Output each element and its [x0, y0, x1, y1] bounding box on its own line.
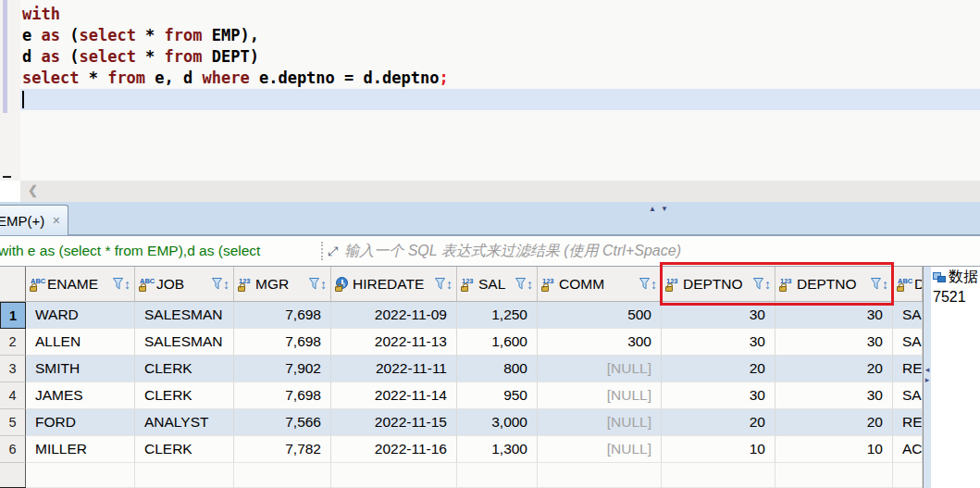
sql-editor[interactable]: withe as (select * from EMP),d as (selec…: [0, 0, 980, 181]
column-header-mgr[interactable]: 123MGR↕: [234, 267, 331, 301]
sort-arrows-icon[interactable]: ↕: [651, 277, 657, 292]
grid-cell[interactable]: 1,250: [457, 302, 538, 329]
grid-cell[interactable]: 10: [775, 436, 893, 463]
sort-arrows-icon[interactable]: ↕: [124, 277, 130, 292]
grid-cell[interactable]: 1,300: [457, 436, 538, 463]
sort-arrows-icon[interactable]: ↕: [446, 277, 453, 292]
grid-cell[interactable]: [NULL]: [538, 382, 662, 409]
grid-cell[interactable]: RESEARCH: [893, 356, 923, 382]
grid-cell[interactable]: 2022-11-15: [331, 409, 457, 436]
sort-arrows-icon[interactable]: ↕: [223, 277, 229, 292]
grid-cell[interactable]: 950: [457, 382, 538, 409]
filter-funnel-icon[interactable]: [113, 278, 123, 290]
column-header-hiredate[interactable]: HIREDATE↕: [331, 267, 457, 301]
grid-cell[interactable]: SALES: [893, 382, 923, 409]
grid-cell[interactable]: SALESMAN: [135, 329, 234, 356]
grid-cell[interactable]: FORD: [26, 409, 135, 436]
grid-corner-cell[interactable]: [0, 267, 26, 301]
grid-cell[interactable]: 2022-11-14: [331, 382, 457, 409]
row-number[interactable]: 3: [0, 356, 26, 382]
column-label: COMM: [559, 276, 604, 293]
row-number[interactable]: 2: [0, 329, 26, 356]
grid-cell[interactable]: 30: [662, 329, 775, 356]
filter-input[interactable]: 输入一个 SQL 表达式来过滤结果 (使用 Ctrl+Space): [344, 242, 681, 261]
row-number[interactable]: 1: [0, 302, 26, 329]
grid-cell[interactable]: [NULL]: [538, 409, 662, 436]
filter-funnel-icon[interactable]: [639, 278, 650, 290]
filter-funnel-icon[interactable]: [515, 278, 526, 290]
grid-cell[interactable]: 500: [538, 302, 662, 329]
grid-cell[interactable]: 2022-11-16: [331, 436, 457, 463]
grid-cell[interactable]: 20: [662, 409, 775, 436]
grid-cell[interactable]: SALES: [893, 329, 923, 356]
grid-body: 1WARDSALESMAN7,6982022-11-091,2505003030…: [0, 302, 923, 488]
close-tab-icon[interactable]: ✕: [52, 215, 60, 227]
grid-cell[interactable]: 7,566: [234, 409, 331, 436]
collapse-up-icon[interactable]: ▲: [649, 205, 661, 213]
grid-cell[interactable]: 300: [538, 329, 662, 356]
grid-cell[interactable]: 2022-11-09: [331, 302, 457, 329]
grid-cell[interactable]: 30: [775, 302, 893, 329]
grid-cell[interactable]: [NULL]: [538, 356, 662, 382]
column-header-ename[interactable]: ABCENAME↕: [26, 267, 135, 301]
grid-cell[interactable]: MILLER: [26, 436, 135, 463]
row-number[interactable]: 6: [0, 436, 26, 463]
grid-cell[interactable]: 7,698: [234, 302, 331, 329]
grid-cell[interactable]: RESEARCH: [893, 409, 923, 436]
column-header-sal[interactable]: 123SAL↕: [457, 267, 538, 301]
active-query-text: with e as (select * from EMP),d as (sele…: [0, 243, 321, 259]
grid-cell[interactable]: 7,782: [234, 436, 331, 463]
grid-cell[interactable]: CLERK: [135, 356, 234, 382]
expand-filter-icon[interactable]: ⤢: [328, 244, 338, 259]
row-number[interactable]: 5: [0, 409, 26, 436]
grid-cell[interactable]: 7,698: [234, 382, 331, 409]
grid-cell[interactable]: SALES: [893, 302, 923, 329]
grid-cell[interactable]: 7,698: [234, 329, 331, 356]
grid-cell[interactable]: 20: [662, 356, 775, 382]
table-row: 3SMITHCLERK7,9022022-11-11800[NULL]2020R…: [0, 356, 923, 382]
grid-cell[interactable]: 30: [775, 382, 893, 409]
grid-cell[interactable]: 800: [457, 356, 538, 382]
grid-cell[interactable]: [NULL]: [538, 436, 662, 463]
scroll-left-icon[interactable]: ❮: [28, 183, 38, 197]
results-tab-emp[interactable]: EMP(+) ✕: [0, 205, 68, 235]
grid-cell[interactable]: SMITH: [26, 356, 135, 382]
filter-funnel-icon[interactable]: [309, 278, 319, 290]
grid-cell[interactable]: CLERK: [135, 436, 234, 463]
fold-marker-icon[interactable]: [3, 176, 11, 178]
panel-sash-updown[interactable]: ▲▼: [649, 205, 673, 213]
grid-cell[interactable]: 2022-11-11: [331, 356, 457, 382]
column-header-d[interactable]: ABCD↕: [893, 267, 923, 301]
filter-funnel-icon[interactable]: [435, 278, 445, 290]
grid-cell[interactable]: 2022-11-13: [331, 329, 457, 356]
grid-cell[interactable]: SALESMAN: [135, 302, 234, 329]
code-line: d as (select * from DEPT): [22, 46, 449, 68]
column-header-job[interactable]: ABCJOB↕: [135, 267, 234, 301]
grid-cell[interactable]: ALLEN: [26, 329, 135, 356]
value-panel-value[interactable]: 7521: [931, 288, 980, 307]
sort-arrows-icon[interactable]: ↕: [320, 277, 327, 292]
row-number[interactable]: 4: [0, 382, 26, 409]
current-line-highlight: [20, 89, 980, 110]
grid-cell[interactable]: 30: [662, 382, 775, 409]
grid-cell[interactable]: 7,902: [234, 356, 331, 382]
grid-cell[interactable]: WARD: [26, 302, 135, 329]
grid-cell[interactable]: 20: [775, 356, 893, 382]
value-panel-header[interactable]: 数据: [931, 267, 980, 288]
value-panel: 数据 7521: [931, 267, 980, 488]
grid-cell[interactable]: ANALYST: [135, 409, 234, 436]
column-header-comm[interactable]: 123COMM↕: [538, 267, 662, 301]
editor-horizontal-scrollbar[interactable]: ❮: [20, 181, 980, 202]
grid-cell[interactable]: ACCOUNTING: [893, 436, 923, 463]
grid-cell[interactable]: 3,000: [457, 409, 538, 436]
grid-cell[interactable]: 20: [775, 409, 893, 436]
grid-cell[interactable]: 10: [662, 436, 775, 463]
grid-cell[interactable]: 1,600: [457, 329, 538, 356]
filter-funnel-icon[interactable]: [212, 278, 222, 290]
grid-cell[interactable]: 30: [775, 329, 893, 356]
sort-arrows-icon[interactable]: ↕: [527, 277, 533, 292]
grid-cell[interactable]: CLERK: [135, 382, 234, 409]
collapse-down-icon[interactable]: ▼: [661, 205, 673, 213]
grid-cell[interactable]: 30: [662, 302, 775, 329]
grid-cell[interactable]: JAMES: [26, 382, 135, 409]
